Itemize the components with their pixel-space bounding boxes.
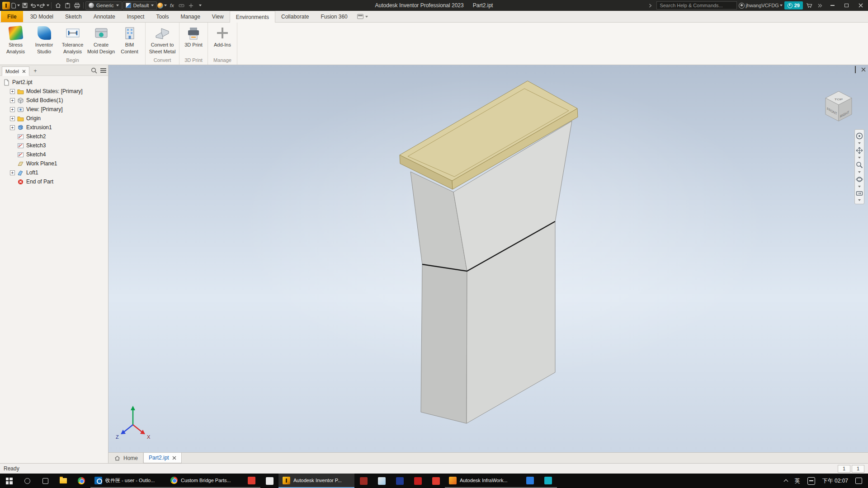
tab-annotate[interactable]: Annotate xyxy=(88,11,121,22)
browser-search-icon[interactable] xyxy=(91,67,97,74)
ime-mode-button[interactable] xyxy=(804,474,819,488)
tree-item-sketch4[interactable]: Sketch4 xyxy=(0,150,108,159)
pan-icon[interactable] xyxy=(856,147,863,154)
tab-environments[interactable]: Environments xyxy=(230,11,275,23)
orbit-icon[interactable] xyxy=(856,176,863,183)
doc-restore-button[interactable] xyxy=(855,66,856,73)
new-file-button[interactable] xyxy=(11,0,20,10)
tree-item-model-states[interactable]: + Model States: [Primary] xyxy=(0,87,108,96)
doc-close-button[interactable] xyxy=(861,67,866,72)
taskbar-window-outlook[interactable]: 收件匣 - user - Outlo... xyxy=(90,474,166,488)
tab-home[interactable]: Home xyxy=(109,453,143,463)
qat-customize-button[interactable] xyxy=(196,0,205,10)
inventor-studio-button[interactable]: InventorStudio xyxy=(30,24,58,54)
close-button[interactable] xyxy=(854,0,867,10)
bim-content-button[interactable]: BIMContent xyxy=(115,24,144,54)
tab-inspect[interactable]: Inspect xyxy=(121,11,151,22)
toolbar-overflow-button[interactable] xyxy=(816,0,825,10)
navigation-wheel-icon[interactable] xyxy=(856,132,863,140)
tree-item-sketch3[interactable]: Sketch3 xyxy=(0,141,108,150)
stress-analysis-button[interactable]: StressAnalysis xyxy=(1,24,30,54)
zoom-icon[interactable] xyxy=(856,161,863,169)
appearance-dropdown[interactable]: Default xyxy=(123,1,157,10)
search-button[interactable] xyxy=(18,474,36,488)
action-center-button[interactable] xyxy=(852,474,866,488)
ime-language-button[interactable]: 英 xyxy=(791,474,804,488)
doc-tab-close-icon[interactable] xyxy=(172,456,176,460)
browser-menu-icon[interactable] xyxy=(100,68,106,73)
tree-item-sketch2[interactable]: Sketch2 xyxy=(0,132,108,141)
model-canvas[interactable]: X Z TOP FRONT RIGHT xyxy=(108,65,868,452)
tab-fusion-360[interactable]: Fusion 360 xyxy=(315,11,353,22)
expander-icon[interactable]: + xyxy=(10,98,15,103)
tolerance-analysis-button[interactable]: ToleranceAnalysis xyxy=(58,24,87,54)
create-mold-design-button[interactable]: CreateMold Design xyxy=(87,24,115,54)
tree-item-work-plane1[interactable]: Work Plane1 xyxy=(0,159,108,168)
pier-lower-left-face[interactable] xyxy=(421,264,467,423)
tree-item-origin[interactable]: + Origin xyxy=(0,114,108,123)
parameters-fx-button[interactable]: fx xyxy=(167,0,176,10)
tab-tools[interactable]: Tools xyxy=(150,11,175,22)
expander-icon[interactable]: + xyxy=(10,125,15,130)
minimize-button[interactable] xyxy=(826,0,839,10)
tray-expand-button[interactable] xyxy=(781,474,791,488)
tab-manage[interactable]: Manage xyxy=(175,11,206,22)
tree-item-view-primary[interactable]: + View: [Primary] xyxy=(0,105,108,114)
taskbar-window-infraworks[interactable]: Autodesk InfraWork... xyxy=(445,474,521,488)
tab-view[interactable]: View xyxy=(206,11,230,22)
tab-sketch[interactable]: Sketch xyxy=(59,11,88,22)
print-button[interactable] xyxy=(72,0,81,10)
file-explorer-button[interactable] xyxy=(54,474,72,488)
notification-badge[interactable]: 29 xyxy=(784,1,803,9)
navbar-caret-icon[interactable] xyxy=(858,157,861,159)
measure-button[interactable] xyxy=(177,0,186,10)
maximize-button[interactable] xyxy=(840,0,853,10)
help-search-input[interactable] xyxy=(656,1,737,9)
look-at-icon[interactable] xyxy=(856,190,863,197)
taskbar-app-misc[interactable] xyxy=(260,474,278,488)
taskbar-window-browser[interactable]: Custom Bridge Parts... xyxy=(166,474,242,488)
taskbar-pinned-2[interactable] xyxy=(373,474,391,488)
navbar-caret-icon[interactable] xyxy=(858,142,861,144)
expander-icon[interactable]: + xyxy=(10,89,15,94)
tree-item-solid-bodies[interactable]: + Solid Bodies(1) xyxy=(0,96,108,105)
task-view-button[interactable] xyxy=(36,474,54,488)
browser-tab-close-icon[interactable] xyxy=(22,70,26,73)
3d-print-button[interactable]: 3D Print xyxy=(181,24,206,49)
tab-part2-document[interactable]: Part2.ipt xyxy=(143,453,182,463)
tab-collaborate[interactable]: Collaborate xyxy=(275,11,315,22)
taskbar-window-inventor[interactable]: Autodesk Inventor P... xyxy=(278,474,354,488)
clock-tray[interactable]: 下午 02:07 xyxy=(819,474,852,488)
viewcube[interactable]: TOP FRONT RIGHT xyxy=(826,91,852,121)
tree-item-loft1[interactable]: + Loft1 xyxy=(0,168,108,177)
expander-icon[interactable]: + xyxy=(10,107,15,112)
user-account-button[interactable]: jhwangVCFDG xyxy=(739,0,782,10)
taskbar-pinned-4[interactable] xyxy=(409,474,427,488)
taskbar-pinned-1[interactable] xyxy=(354,474,373,488)
start-button[interactable] xyxy=(0,474,18,488)
expander-icon[interactable]: + xyxy=(10,170,15,175)
ribbon-display-toggle[interactable] xyxy=(357,11,368,22)
tree-item-part[interactable]: Part2.ipt xyxy=(0,78,108,87)
convert-to-sheet-metal-button[interactable]: Convert toSheet Metal xyxy=(147,24,178,54)
home-view-button[interactable] xyxy=(53,0,62,10)
taskbar-pinned-3[interactable] xyxy=(391,474,409,488)
graphics-viewport[interactable]: X Z TOP FRONT RIGHT xyxy=(108,65,868,452)
material-dropdown[interactable]: Generic xyxy=(85,1,122,10)
navbar-caret-icon[interactable] xyxy=(858,199,861,201)
browser-add-tab-button[interactable]: + xyxy=(31,66,39,75)
navbar-caret-icon[interactable] xyxy=(858,186,861,188)
tree-item-extrusion1[interactable]: + Extrusion1 xyxy=(0,123,108,132)
render-style-button[interactable] xyxy=(157,0,167,10)
clipboard-button[interactable] xyxy=(63,0,72,10)
navbar-caret-icon[interactable] xyxy=(858,171,861,173)
app-store-button[interactable] xyxy=(805,0,814,10)
add-ins-button[interactable]: Add-Ins xyxy=(209,24,236,49)
taskbar-app-ty[interactable] xyxy=(521,474,539,488)
undo-button[interactable] xyxy=(30,0,39,10)
taskbar-pinned-5[interactable] xyxy=(427,474,445,488)
taskbar-app-k[interactable] xyxy=(539,474,557,488)
add-quick-tool-button[interactable] xyxy=(186,0,195,10)
chrome-button[interactable] xyxy=(72,474,90,488)
viewcube-top-label[interactable]: TOP xyxy=(835,98,843,101)
